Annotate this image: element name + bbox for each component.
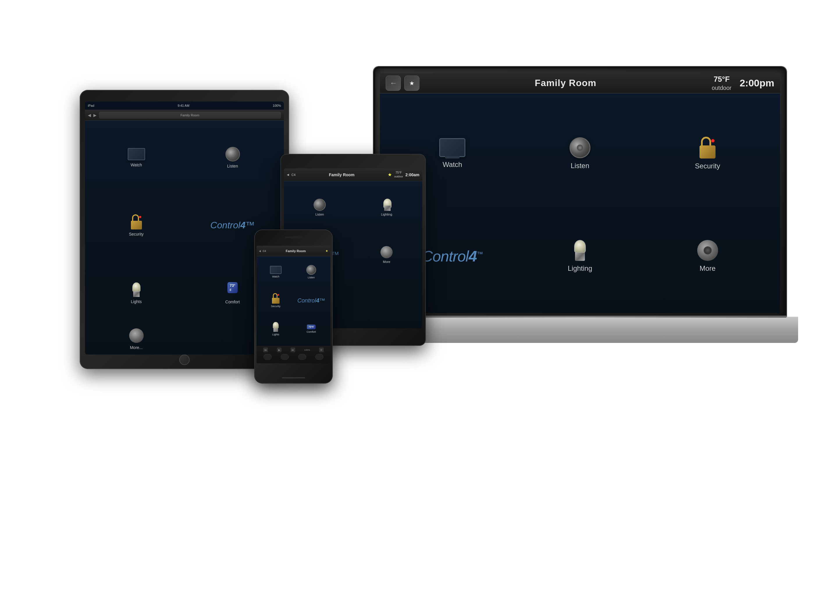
nav-back-icon[interactable]: ◀	[88, 113, 91, 117]
c4-logo-symbol: ←	[390, 79, 397, 88]
phone-security-item[interactable]: Security	[259, 287, 293, 314]
laptop-c4-logo-button[interactable]: ←	[386, 76, 401, 91]
phone-lighting-icon	[272, 322, 279, 332]
phone-listen-icon	[306, 265, 316, 275]
ts-listen-item[interactable]: Listen	[287, 185, 352, 230]
tablet-listen-item[interactable]: Listen	[186, 125, 279, 190]
phone-settings-button[interactable]: ⚙	[319, 348, 324, 352]
phone-tab-4[interactable]	[315, 354, 323, 360]
phone-watch-item[interactable]: Watch	[259, 258, 293, 285]
nav-forward-icon[interactable]: ▶	[93, 113, 97, 117]
ts-lighting-label: Lighting	[381, 213, 392, 216]
ts-weather: 75°F outdoor	[394, 171, 403, 179]
laptop-listen-label: Listen	[571, 162, 589, 170]
ts-star-icon[interactable]: ★	[388, 172, 392, 177]
tablet-security-icon	[130, 214, 143, 229]
play-icon: ▶	[279, 349, 280, 351]
tablet-more-item[interactable]: More...	[89, 329, 183, 350]
ts-room-title: Family Room	[298, 173, 386, 177]
tablet-small-header: ◀ C4 Family Room ★ 75°F outdoor 2:00am	[284, 169, 422, 181]
tablet-comfort-label: Comfort	[226, 299, 240, 304]
laptop-screen: ← ★ Family Room 75°F outdoor 2:00pm	[380, 73, 780, 313]
phone-c4-icon: C4	[262, 249, 266, 252]
phone-tab-2[interactable]	[281, 354, 289, 360]
ts-c4-icon: C4	[292, 173, 296, 176]
tablet-security-label: Security	[129, 232, 144, 236]
ts-lighting-icon	[383, 199, 391, 211]
laptop-security-item[interactable]: Security	[646, 105, 768, 202]
laptop-room-title: Family Room	[423, 78, 708, 88]
ts-more-icon	[380, 246, 393, 258]
phone-header: ◀ C4 Family Room ★	[257, 246, 330, 256]
phone-volume-label: 100%	[304, 349, 310, 351]
tablet-lights-item[interactable]: Lights	[89, 261, 183, 326]
phone-home-indicator	[282, 377, 305, 378]
listen-icon	[569, 137, 591, 158]
tablet-battery: 100%	[273, 104, 281, 107]
phone-lights-item[interactable]: Lights	[259, 315, 293, 342]
phone-bezel: ◀ C4 Family Room ★ Watch Listen	[254, 229, 333, 384]
phone-tab-1[interactable]	[264, 354, 272, 360]
laptop-screen-bezel: ← ★ Family Room 75°F outdoor 2:00pm	[374, 67, 786, 320]
phone-watch-icon	[270, 266, 281, 274]
phone-security-icon	[271, 293, 280, 304]
ts-lighting-item[interactable]: Lighting	[354, 185, 419, 230]
tablet-lighting-icon	[132, 282, 141, 297]
watch-icon	[439, 138, 465, 157]
tablet-large-nav-bar: ◀ ▶ Family Room	[85, 110, 284, 121]
tablet-home-button[interactable]	[179, 355, 190, 365]
laptop-time: 2:00pm	[740, 77, 774, 89]
ts-more-item[interactable]: More	[354, 232, 419, 277]
phone-star-icon[interactable]: ★	[325, 249, 328, 252]
phone-security-label: Security	[271, 305, 281, 308]
laptop-more-label: More	[699, 264, 715, 273]
phone-play-button[interactable]: ▶	[277, 348, 281, 352]
phone-watch-label: Watch	[272, 275, 279, 278]
laptop-header: ← ★ Family Room 75°F outdoor 2:00pm	[380, 73, 780, 93]
tablet-security-item[interactable]: Security	[89, 193, 183, 258]
phone-comfort-item[interactable]: 73°F Comfort	[294, 315, 328, 342]
laptop-more-item[interactable]: More	[646, 208, 768, 305]
laptop-temp-label: outdoor	[712, 84, 732, 92]
phone-back-icon[interactable]: ◀	[259, 249, 261, 252]
phone-speaker	[285, 236, 302, 238]
phone-grid: Watch Listen Security	[257, 256, 330, 345]
star-icon: ★	[409, 80, 415, 87]
tablet-status-time: 9:41 AM	[178, 104, 189, 107]
phone-prev-button[interactable]: ⏮	[263, 348, 268, 352]
phone-comfort-badge: 73°F	[307, 324, 315, 329]
scene: ← ★ Family Room 75°F outdoor 2:00pm	[42, 32, 798, 584]
laptop-watch-label: Watch	[443, 161, 462, 169]
tablet-device-label: iPad	[88, 104, 94, 107]
tablet-watch-label: Watch	[130, 163, 142, 167]
phone-lights-label: Lights	[272, 333, 279, 336]
ts-more-label: More	[383, 260, 390, 264]
laptop-temperature: 75°F	[712, 75, 732, 84]
ts-temp: 75°F	[394, 171, 403, 175]
phone-transport-controls: ⏮ ▶ ⏭ 100% ⚙	[259, 347, 328, 353]
phone-listen-item[interactable]: Listen	[294, 258, 328, 285]
ts-temp-label: outdoor	[394, 175, 403, 179]
prev-icon: ⏮	[264, 349, 267, 351]
phone-next-button[interactable]: ⏭	[290, 348, 295, 352]
tablet-more-icon	[129, 329, 144, 343]
laptop-favorites-button[interactable]: ★	[404, 76, 419, 91]
ts-back-icon[interactable]: ◀	[287, 173, 289, 176]
phone-tab-3[interactable]	[298, 354, 306, 360]
laptop-weather: 75°F outdoor	[712, 75, 732, 92]
tablet-watch-item[interactable]: Watch	[89, 125, 183, 190]
phone: ◀ C4 Family Room ★ Watch Listen	[254, 229, 333, 384]
phone-brand-text: Control4™	[297, 297, 325, 304]
ts-listen-icon	[314, 199, 326, 211]
security-icon	[698, 137, 717, 158]
phone-icon-row	[259, 353, 328, 360]
phone-listen-label: Listen	[308, 276, 315, 279]
laptop-listen-item[interactable]: Listen	[519, 105, 641, 202]
laptop-lighting-item[interactable]: Lighting	[519, 208, 641, 305]
brand-text: Control4™	[422, 248, 483, 265]
phone-comfort-label: Comfort	[306, 330, 316, 333]
laptop-lighting-label: Lighting	[568, 264, 592, 273]
tablet-listen-icon	[226, 147, 240, 161]
tablet-address-bar[interactable]: Family Room	[99, 112, 281, 119]
phone-screen: ◀ C4 Family Room ★ Watch Listen	[257, 246, 330, 363]
